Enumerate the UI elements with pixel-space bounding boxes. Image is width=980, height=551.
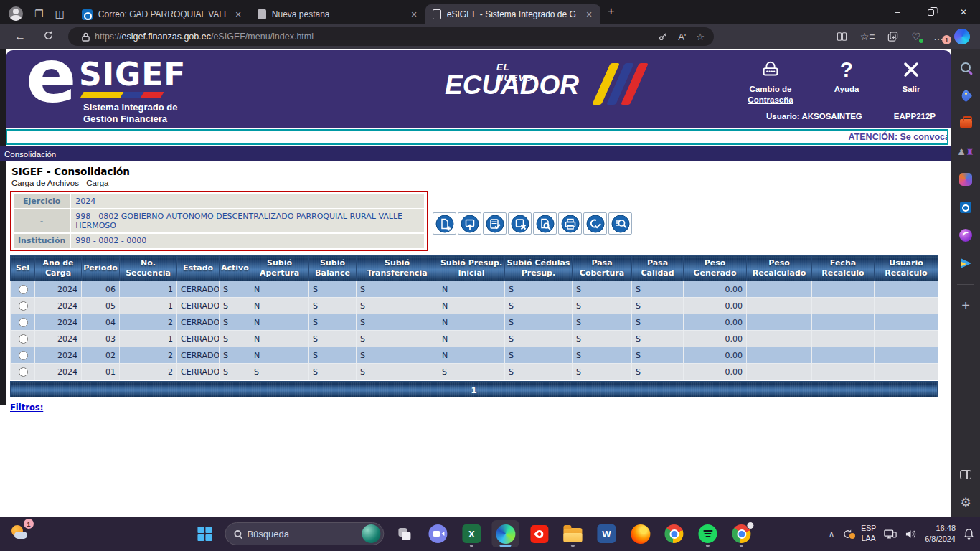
results-table: SelAño de CargaPeriodoNo. SecuenciaEstad… — [10, 255, 938, 380]
collections-icon[interactable] — [881, 32, 905, 42]
restore-button[interactable] — [914, 0, 947, 24]
sidebar-tools-icon[interactable] — [958, 116, 973, 131]
tab-correo[interactable]: Correo: GAD PARROQUIAL VALLE ✕ — [75, 4, 250, 24]
clock-widget[interactable]: 16:486/8/2024 — [925, 523, 956, 545]
table-cell: 2024 — [35, 281, 82, 298]
view-file-details-button[interactable] — [533, 212, 557, 235]
tray-overflow-icon[interactable]: ∧ — [829, 529, 834, 539]
url-text[interactable]: https://esigef.finanzas.gob.ec/eSIGEF/me… — [95, 32, 653, 42]
mark-file-error-button[interactable] — [508, 212, 532, 235]
weather-widget[interactable]: 1 — [10, 522, 32, 544]
file-explorer-icon[interactable] — [559, 520, 586, 547]
tab-close-icon[interactable]: ✕ — [233, 10, 244, 19]
spotify-app-icon[interactable] — [694, 520, 721, 547]
table-cell: S — [220, 281, 250, 298]
tab-close-icon[interactable]: ✕ — [409, 10, 420, 19]
table-cell — [747, 298, 812, 314]
sidebar-microsoft365-icon[interactable] — [958, 172, 973, 187]
password-key-icon[interactable] — [653, 32, 673, 42]
workspaces-icon[interactable]: ❐ — [34, 9, 44, 19]
volume-icon[interactable] — [905, 529, 917, 540]
menu-item-consolidacion[interactable]: Consolidación — [4, 150, 56, 159]
row-select-radio[interactable] — [19, 367, 28, 377]
filters-link[interactable]: Filtros: — [10, 402, 43, 413]
copilot-icon[interactable] — [954, 29, 970, 44]
close-button[interactable]: ✕ — [947, 0, 980, 24]
chat-button[interactable] — [424, 520, 451, 547]
pagination-bar[interactable]: 1 — [10, 381, 938, 397]
read-aloud-icon[interactable]: Aʹ — [673, 32, 691, 42]
tab-close-icon[interactable]: ✕ — [584, 10, 595, 19]
taskbar-search[interactable]: Búsqueda — [225, 522, 384, 545]
acrobat-app-icon[interactable] — [525, 520, 552, 547]
language-indicator[interactable]: ESPLAA — [861, 524, 876, 543]
word-app-icon[interactable]: W — [593, 520, 620, 547]
row-select-radio[interactable] — [19, 318, 28, 327]
exit-link[interactable]: Salir — [890, 57, 933, 95]
pass-quality-button[interactable] — [583, 212, 607, 235]
chrome-profile-app-icon[interactable] — [727, 520, 755, 547]
row-select-radio[interactable] — [19, 351, 28, 360]
address-bar[interactable]: https://esigef.finanzas.gob.ec/eSIGEF/me… — [68, 27, 714, 46]
esigef-logo-text: SIGEF — [79, 56, 186, 93]
upload-file-button[interactable] — [458, 212, 481, 235]
start-button[interactable] — [191, 520, 218, 547]
table-cell: S — [505, 298, 573, 314]
row-select-radio[interactable] — [19, 285, 28, 294]
table-cell: N — [438, 347, 505, 364]
minimize-button[interactable]: – — [881, 0, 914, 24]
query-records-button[interactable] — [608, 212, 632, 235]
row-select-radio[interactable] — [19, 301, 28, 311]
new-tab-button[interactable]: + — [608, 4, 615, 19]
excel-app-icon[interactable]: X — [458, 520, 485, 547]
sidebar-designer-icon[interactable] — [958, 228, 973, 242]
sidebar-drop-icon[interactable] — [958, 256, 973, 270]
form-label: Institución — [14, 234, 70, 248]
page-favicon — [258, 9, 266, 19]
tray-date: 6/8/2024 — [925, 534, 956, 543]
display-devices-icon[interactable] — [884, 529, 897, 540]
sidebar-add-icon[interactable]: + — [958, 298, 973, 313]
firefox-app-icon[interactable] — [626, 520, 654, 547]
row-select-radio[interactable] — [19, 334, 28, 344]
header-actions: Cambio de Contraseña ? Ayuda Salir — [738, 57, 933, 105]
split-screen-icon[interactable] — [830, 32, 854, 42]
notifications-bell-icon[interactable] — [963, 528, 974, 540]
create-file-button[interactable] — [433, 212, 456, 235]
favorites-list-icon[interactable]: ☆≡ — [854, 31, 882, 42]
sidebar-settings-icon[interactable]: ⚙ — [958, 495, 973, 509]
help-link[interactable]: ? Ayuda — [825, 57, 868, 95]
tab-nueva-pestana[interactable]: Nueva pestaña ✕ — [250, 4, 425, 24]
table-cell: N — [250, 347, 309, 364]
sidebar-outlook-icon[interactable] — [958, 200, 973, 215]
browser-profile-avatar[interactable] — [9, 6, 23, 21]
chrome-app-icon[interactable] — [660, 520, 687, 547]
sidebar-games-icon[interactable]: ♟♜ — [958, 144, 973, 159]
tab-actions-icon[interactable]: ◫ — [55, 9, 65, 19]
favorite-star-icon[interactable]: ☆ — [691, 32, 710, 42]
table-cell: S — [573, 347, 632, 364]
task-view-button[interactable] — [390, 520, 418, 547]
sidebar-panel-icon[interactable] — [958, 467, 973, 481]
validate-file-button[interactable] — [483, 212, 507, 235]
table-cell: S — [357, 314, 438, 331]
column-header: Estado — [177, 256, 220, 281]
page-number[interactable]: 1 — [471, 385, 476, 395]
sidebar-search-icon[interactable] — [958, 60, 973, 75]
tab-esigef-active[interactable]: eSIGEF - Sistema Integrado de G ✕ — [425, 4, 600, 24]
sidebar-divider — [957, 284, 974, 285]
column-header: Fecha Recalculo — [812, 256, 875, 281]
browser-essentials-icon[interactable]: ♡ — [905, 31, 927, 42]
settings-more-icon[interactable]: …1 — [927, 31, 950, 42]
table-cell: 0.00 — [684, 364, 747, 380]
bing-daily-image[interactable] — [362, 524, 380, 543]
table-cell: 05 — [82, 298, 120, 314]
print-button[interactable] — [558, 212, 582, 235]
edge-app-icon[interactable] — [491, 520, 519, 547]
change-password-link[interactable]: Cambio de Contraseña — [738, 57, 804, 105]
lock-icon[interactable] — [77, 32, 95, 42]
column-header: Pasa Cobertura — [573, 256, 632, 281]
update-sync-icon[interactable] — [842, 529, 853, 540]
table-cell: 2 — [120, 314, 177, 331]
sidebar-shopping-icon[interactable] — [958, 88, 973, 103]
